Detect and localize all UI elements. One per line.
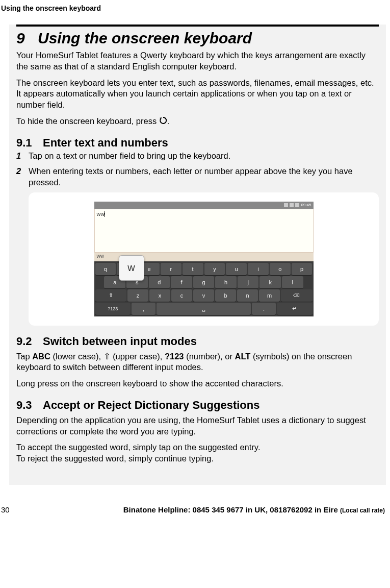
key-i[interactable]: i <box>248 263 269 275</box>
p-9-3-1: Depending on the application you are usi… <box>16 415 379 437</box>
figure-keyboard: 09:45 ww w ww q w e r t y u i <box>29 192 379 326</box>
key-enter[interactable]: ↵ <box>277 303 313 315</box>
intro-p1: Your HomeSurf Tablet features a Qwerty k… <box>16 50 379 72</box>
helpline-main: Binatone Helpline: 0845 345 9677 in UK, … <box>123 505 340 514</box>
p-9-2-2: Long press on the onscreen keyboard to s… <box>16 378 379 389</box>
device-screen: 09:45 ww w ww q w e r t y u i <box>94 202 314 316</box>
alarm-icon <box>295 203 299 207</box>
intro-p3b: . <box>167 116 170 126</box>
key-o[interactable]: o <box>270 263 291 275</box>
p-9-3-3: To reject the suggested word, simply con… <box>16 453 379 464</box>
chapter-rule <box>16 24 379 27</box>
key-r[interactable]: r <box>161 263 181 275</box>
key-z[interactable]: z <box>127 289 148 302</box>
chapter-heading: 9Using the onscreen keyboard <box>16 30 379 47</box>
key-p[interactable]: p <box>292 263 313 275</box>
p-9-2-1b: (lower case), ⇧ (upper case), <box>50 352 165 361</box>
intro-p3a: To hide the onscreen keyboard, press <box>16 116 159 126</box>
key-popup: w <box>119 255 144 281</box>
text-input-area[interactable]: ww <box>94 209 314 253</box>
key-k[interactable]: k <box>259 276 281 288</box>
key-n[interactable]: n <box>237 289 258 302</box>
heading-9-2: 9.2Switch between input modes <box>16 335 379 348</box>
key-c[interactable]: c <box>171 289 192 302</box>
step-1: 1Tap on a text or number field to bring … <box>16 151 379 162</box>
step-1-text: Tap on a text or number field to bring u… <box>29 151 230 160</box>
key-g[interactable]: g <box>193 276 215 288</box>
page-footer: 30 Binatone Helpline: 0845 345 9677 in U… <box>0 485 386 518</box>
key-v[interactable]: v <box>193 289 214 302</box>
intro-p2: The onscreen keyboard lets you enter tex… <box>16 78 379 111</box>
key-t[interactable]: t <box>183 263 203 275</box>
alt-label: ALT <box>235 352 251 361</box>
intro-p3: To hide the onscreen keyboard, press . <box>16 116 379 128</box>
content-block: 9Using the onscreen keyboard Your HomeSu… <box>9 24 386 485</box>
heading-9-3-title: Accept or Reject Dictionary Suggestions <box>43 399 259 411</box>
key-h[interactable]: h <box>215 276 237 288</box>
key-j[interactable]: j <box>238 276 259 288</box>
p-9-3-2: To accept the suggested word, simply tap… <box>16 442 379 453</box>
p-9-2-1c: (number), or <box>184 352 235 361</box>
text-cursor <box>105 211 105 217</box>
heading-9-3: 9.3Accept or Reject Dictionary Suggestio… <box>16 399 379 412</box>
helpline-small: (Local call rate) <box>340 507 385 514</box>
key-space[interactable]: ␣ <box>157 303 251 315</box>
key-row-4: ?123 , ␣ . ↵ <box>94 302 314 315</box>
chapter-number: 9 <box>16 30 38 47</box>
key-u[interactable]: u <box>226 263 247 275</box>
key-f[interactable]: f <box>171 276 192 288</box>
chapter-title: Using the onscreen keyboard <box>38 30 252 46</box>
key-l[interactable]: l <box>282 276 303 288</box>
typed-text: ww <box>97 211 105 217</box>
key-delete[interactable]: ⌫ <box>281 289 313 302</box>
back-icon <box>159 116 167 128</box>
key-comma[interactable]: , <box>132 303 155 315</box>
signal-icon <box>284 203 288 207</box>
key-b[interactable]: b <box>215 289 236 302</box>
key-period[interactable]: . <box>252 303 275 315</box>
p-9-2-1a: Tap <box>16 352 32 361</box>
heading-9-1: 9.1Enter text and numbers <box>16 136 379 150</box>
step-2-text: When entering texts or numbers, each let… <box>29 166 353 187</box>
key-mode-123[interactable]: ?123 <box>95 303 131 315</box>
step-2-num: 2 <box>16 166 21 177</box>
p-9-2-1: Tap ABC (lower case), ⇧ (upper case), ?1… <box>16 351 379 374</box>
running-header: Using the onscreen keyboard <box>0 0 386 24</box>
abc-label: ABC <box>32 352 50 361</box>
heading-9-1-num: 9.1 <box>16 136 43 150</box>
key-y[interactable]: y <box>204 263 225 275</box>
helpline-text: Binatone Helpline: 0845 345 9677 in UK, … <box>123 505 385 514</box>
heading-9-3-num: 9.3 <box>16 399 43 412</box>
key-m[interactable]: m <box>259 289 280 302</box>
heading-9-2-title: Switch between input modes <box>43 335 197 348</box>
steps-9-1: 1Tap on a text or number field to bring … <box>16 151 379 188</box>
q123-label: ?123 <box>165 352 184 361</box>
status-time: 09:45 <box>301 203 311 207</box>
key-row-3: ⇧ z x c v b n m ⌫ <box>94 289 314 302</box>
step-2: 2When entering texts or numbers, each le… <box>16 166 379 188</box>
key-q[interactable]: q <box>95 263 116 275</box>
key-d[interactable]: d <box>149 276 170 288</box>
battery-icon <box>290 203 294 207</box>
key-x[interactable]: x <box>149 289 170 302</box>
heading-9-1-title: Enter text and numbers <box>43 136 168 149</box>
heading-9-2-num: 9.2 <box>16 335 43 348</box>
status-bar: 09:45 <box>94 202 314 209</box>
step-1-num: 1 <box>16 151 21 162</box>
key-shift[interactable]: ⇧ <box>95 289 127 302</box>
page-number: 30 <box>1 505 10 514</box>
